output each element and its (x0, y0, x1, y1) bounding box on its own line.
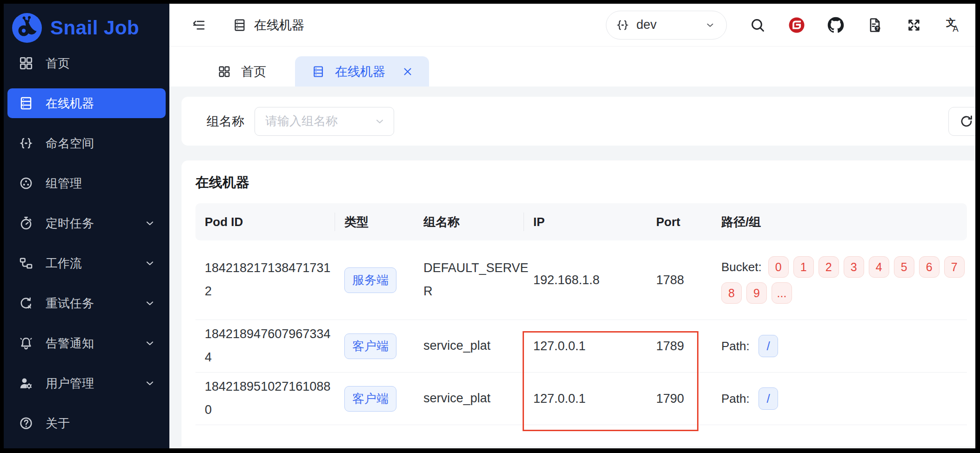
ip-value: 127.0.0.1 (524, 339, 647, 353)
fullscreen-icon[interactable] (906, 17, 922, 33)
sidebar-item-label: 首页 (46, 55, 155, 72)
close-tab-icon[interactable] (402, 66, 413, 77)
chevron-down-icon (705, 20, 715, 30)
chevron-down-icon (144, 258, 155, 269)
group-name-value: service_plat (423, 334, 531, 358)
sidebar-item-alert-notifications[interactable]: 告警通知 (7, 328, 166, 358)
timer-icon (19, 216, 34, 231)
bucket-badge[interactable]: 4 (869, 256, 889, 278)
header-actions: dev (606, 11, 961, 40)
column-header-group-name: 组名称 (414, 203, 524, 240)
path-badge[interactable]: / (758, 387, 778, 410)
sidebar-item-online-machines[interactable]: 在线机器 (7, 88, 166, 118)
bucket-badge[interactable]: 9 (746, 282, 767, 304)
group-name-placeholder: 请输入组名称 (265, 113, 374, 129)
pod-id-value: 1842182171384717312 (205, 257, 335, 303)
question-icon (19, 416, 34, 431)
chevron-down-icon (144, 338, 155, 349)
path-label: Path: (721, 339, 750, 353)
doc-help-icon[interactable] (866, 17, 883, 33)
sidebar: Snail Job 首页 在线机器 命名空间 组管理 定时任务 (4, 4, 169, 448)
content-area: 组名称 请输入组名称 在线机器 Pod ID 类型 组名称 IP Port (169, 87, 975, 448)
chevron-down-icon (144, 378, 155, 389)
group-name-label: 组名称 (207, 113, 244, 130)
page-title: 在线机器 (254, 17, 304, 33)
path-badge[interactable]: / (758, 335, 778, 357)
type-badge: 服务端 (344, 267, 396, 293)
gitee-icon[interactable] (788, 17, 805, 33)
online-machines-panel: 在线机器 Pod ID 类型 组名称 IP Port 路径/组 18421821… (181, 160, 975, 446)
bucket-badge[interactable]: 7 (944, 256, 965, 278)
server-icon (233, 18, 247, 32)
group-name-select[interactable]: 请输入组名称 (255, 107, 394, 136)
refresh-button[interactable] (948, 107, 975, 136)
bell-icon (19, 336, 34, 351)
workflow-icon (19, 256, 34, 271)
sidebar-item-retry-tasks[interactable]: 重试任务 (7, 288, 166, 318)
group-name-value: DEFAULT_SERVER (423, 257, 531, 303)
tab-home[interactable]: 首页 (206, 56, 278, 87)
namespace-icon (616, 18, 630, 32)
sidebar-item-about[interactable]: 关于 (7, 408, 166, 438)
sidebar-item-user-management[interactable]: 用户管理 (7, 368, 166, 398)
group-icon (19, 176, 34, 191)
sidebar-item-label: 在线机器 (46, 95, 155, 112)
tab-label: 在线机器 (335, 63, 385, 80)
bucket-badge[interactable]: 0 (768, 256, 789, 278)
path-label: Path: (721, 392, 750, 406)
sidebar-item-label: 用户管理 (46, 375, 132, 392)
sidebar-item-workflow[interactable]: 工作流 (7, 248, 166, 278)
table-header-row: Pod ID 类型 组名称 IP Port 路径/组 (195, 203, 967, 240)
tab-label: 首页 (241, 63, 266, 80)
github-icon[interactable] (827, 17, 844, 33)
bucket-badge[interactable]: 8 (721, 282, 742, 304)
sidebar-item-label: 告警通知 (46, 335, 132, 352)
bucket-badge[interactable]: 5 (894, 256, 914, 278)
sidebar-item-label: 组管理 (46, 175, 155, 192)
chevron-down-icon (374, 116, 385, 127)
collapse-sidebar-icon[interactable] (192, 18, 206, 32)
sidebar-menu: 首页 在线机器 命名空间 组管理 定时任务 工作流 (4, 46, 169, 448)
ip-value: 127.0.0.1 (524, 392, 647, 406)
retry-icon (19, 296, 34, 311)
top-header: 在线机器 dev (169, 4, 975, 47)
port-value: 1788 (647, 273, 712, 287)
pod-id-value: 1842189510271610880 (205, 375, 335, 422)
port-value: 1790 (647, 392, 712, 406)
translate-icon[interactable] (945, 17, 961, 33)
app-title: Snail Job (50, 17, 139, 39)
dashboard-icon (218, 65, 231, 78)
server-icon (19, 96, 34, 111)
tab-bar: 首页 在线机器 (169, 47, 975, 87)
dashboard-icon (19, 56, 34, 71)
snail-icon (12, 13, 42, 43)
bucket-more-badge[interactable]: ... (772, 282, 792, 304)
namespace-selector[interactable]: dev (606, 11, 727, 40)
bucket-badge[interactable]: 1 (793, 256, 814, 278)
column-header-type: 类型 (335, 203, 414, 240)
sidebar-item-label: 工作流 (46, 255, 132, 272)
bucket-badge[interactable]: 3 (844, 256, 864, 278)
sidebar-item-home[interactable]: 首页 (7, 48, 166, 78)
sidebar-item-group-management[interactable]: 组管理 (7, 168, 166, 198)
server-icon (312, 65, 325, 78)
port-value: 1789 (647, 339, 712, 353)
namespace-value: dev (636, 18, 657, 32)
user-gear-icon (19, 376, 34, 391)
column-header-port: Port (647, 203, 712, 240)
sidebar-item-scheduled-tasks[interactable]: 定时任务 (7, 208, 166, 238)
sidebar-item-label: 定时任务 (46, 215, 132, 232)
sidebar-item-namespace[interactable]: 命名空间 (7, 128, 166, 158)
column-header-route: 路径/组 (712, 203, 967, 240)
tab-online-machines[interactable]: 在线机器 (295, 56, 429, 87)
type-badge: 客户端 (344, 386, 396, 412)
bucket-list: Bucket: 0 1 2 3 4 5 6 7 8 9 ... (721, 256, 975, 304)
search-icon[interactable] (749, 17, 766, 33)
table-row: 1842189476079673344 客户端 service_plat 127… (195, 320, 967, 372)
app-logo[interactable]: Snail Job (4, 4, 169, 46)
bucket-badge[interactable]: 6 (919, 256, 940, 278)
table-row: 1842189510271610880 客户端 service_plat 127… (195, 372, 967, 425)
chevron-down-icon (144, 298, 155, 309)
group-name-value: service_plat (423, 387, 531, 410)
bucket-badge[interactable]: 2 (819, 256, 839, 278)
